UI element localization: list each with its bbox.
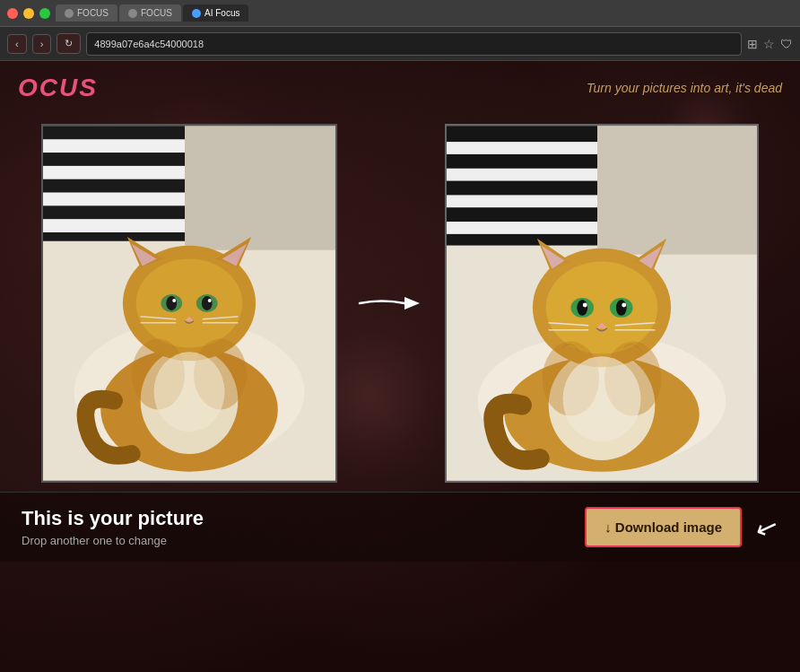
svg-rect-2 (43, 139, 185, 153)
svg-point-54 (622, 303, 626, 308)
bottom-subtitle: Drop another one to change (22, 534, 204, 547)
arrow-indicator-icon: ↙ (752, 509, 783, 545)
bottom-section: This is your picture Drop another one to… (0, 492, 800, 562)
refresh-button[interactable]: ↻ (57, 33, 81, 54)
arrow-container (337, 281, 445, 326)
svg-point-52 (616, 300, 627, 316)
address-bar-row: ‹ › ↻ 4899a07e6a4c54000018 ⊞ ☆ 🛡 (0, 27, 800, 61)
tab-1[interactable]: FOCUS (56, 4, 117, 22)
bookmark-icon[interactable]: ☆ (763, 37, 775, 51)
tab-3-active[interactable]: AI Focus (183, 4, 248, 22)
bottom-right: ↓ Download image ↙ (585, 507, 778, 547)
svg-rect-39 (597, 126, 757, 254)
processed-image-box (445, 124, 759, 483)
svg-point-44 (546, 262, 658, 354)
svg-rect-4 (43, 193, 185, 206)
reader-icon[interactable]: ⊞ (747, 37, 758, 51)
browser-chrome: FOCUS FOCUS AI Focus (0, 0, 800, 27)
bottom-text: This is your picture Drop another one to… (22, 507, 204, 547)
address-icons: ⊞ ☆ 🛡 (747, 37, 793, 51)
svg-point-20 (202, 296, 213, 310)
site-logo: OCUS (18, 74, 98, 102)
download-button[interactable]: ↓ Download image (585, 507, 742, 547)
svg-rect-35 (447, 169, 597, 181)
comparison-arrow (355, 281, 427, 326)
site-tagline: Turn your pictures into art, it's dead (587, 81, 782, 95)
svg-point-12 (136, 259, 243, 348)
tab-label-3: AI Focus (204, 8, 239, 18)
shield-icon[interactable]: 🛡 (780, 37, 793, 51)
tab-label-2: FOCUS (141, 8, 172, 18)
forward-button[interactable]: › (32, 34, 52, 54)
svg-point-51 (577, 300, 587, 316)
comparison-area (0, 115, 800, 492)
tab-icon-2 (128, 9, 137, 18)
original-image-box (41, 124, 337, 483)
site-header: OCUS Turn your pictures into art, it's d… (0, 61, 800, 115)
svg-rect-5 (43, 219, 185, 232)
browser-tabs: FOCUS FOCUS AI Focus (56, 0, 793, 26)
original-cat-image (43, 126, 335, 481)
close-btn[interactable] (7, 8, 18, 19)
minimize-btn[interactable] (23, 8, 34, 19)
svg-rect-3 (43, 166, 185, 179)
svg-point-22 (208, 299, 212, 302)
page-content: OCUS Turn your pictures into art, it's d… (0, 61, 800, 672)
svg-rect-36 (447, 195, 597, 207)
svg-rect-37 (447, 222, 597, 234)
svg-point-62 (563, 356, 641, 441)
address-bar[interactable]: 4899a07e6a4c54000018 (86, 32, 742, 56)
svg-point-53 (583, 303, 587, 308)
tab-icon (65, 9, 74, 18)
back-button[interactable]: ‹ (7, 34, 27, 54)
maximize-btn[interactable] (39, 8, 50, 19)
svg-point-21 (172, 299, 176, 302)
svg-marker-31 (404, 297, 420, 310)
svg-point-19 (166, 296, 177, 310)
svg-rect-34 (447, 142, 597, 154)
svg-rect-7 (185, 126, 335, 249)
processed-cat-image (447, 126, 757, 481)
tab-2[interactable]: FOCUS (119, 4, 181, 22)
svg-point-30 (153, 352, 224, 432)
url-text: 4899a07e6a4c54000018 (94, 39, 204, 49)
tab-label: FOCUS (77, 8, 109, 18)
tab-icon-3 (192, 9, 201, 18)
bottom-title: This is your picture (22, 507, 204, 530)
